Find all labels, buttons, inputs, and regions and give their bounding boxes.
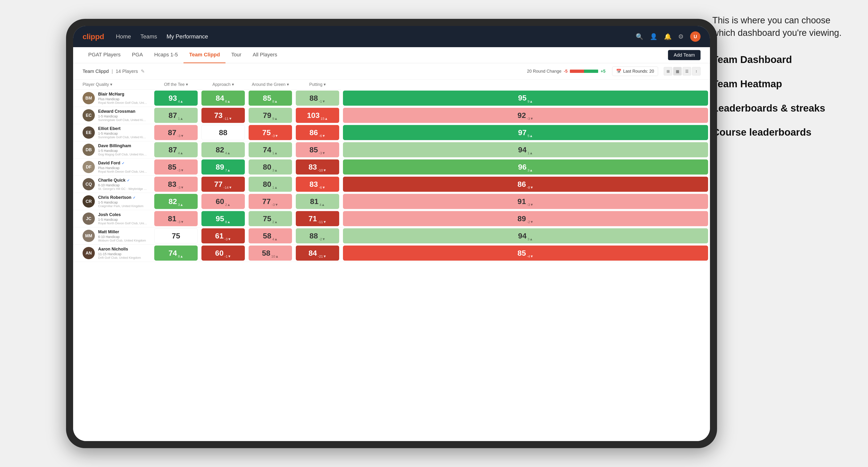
score-number: 87 xyxy=(168,128,177,137)
tab-hcaps[interactable]: Hcaps 1-5 xyxy=(149,47,184,63)
score-change: 1▲ xyxy=(527,151,533,155)
player-handicap: 1-5 Handicap xyxy=(98,132,148,135)
player-name[interactable]: Chris Robertson✓ xyxy=(98,195,144,200)
grid-view-button[interactable]: ⊞ xyxy=(664,67,672,75)
team-name: Team Clippd xyxy=(83,69,109,74)
sort-view-button[interactable]: ↕ xyxy=(692,67,701,75)
tab-team-clippd[interactable]: Team Clippd xyxy=(184,47,225,63)
score-change: 4▲ xyxy=(272,237,278,241)
table-row: DBDave Billingham1-5 HandicapGog Magog G… xyxy=(73,141,710,158)
score-change: -3▼ xyxy=(224,237,231,241)
score-cell: 752▲ xyxy=(247,210,294,227)
score-change: 9▲ xyxy=(527,99,533,103)
score-number: 94 xyxy=(518,146,527,154)
score-cell: 5810▲ xyxy=(247,245,294,262)
score-change: 3▲ xyxy=(527,168,533,172)
player-name[interactable]: Aaron Nicholls xyxy=(98,247,141,252)
nav-link-my-performance[interactable]: My Performance xyxy=(166,33,208,40)
score-cell: 86-6▼ xyxy=(294,124,341,141)
player-name[interactable]: Dave Billingham xyxy=(98,144,148,148)
edit-icon[interactable]: ✎ xyxy=(141,68,145,74)
score-change: -3▼ xyxy=(177,168,184,172)
tab-pgat-players[interactable]: PGAT Players xyxy=(83,47,126,63)
score-change: 1▲ xyxy=(272,185,278,189)
score-cell: 584▲ xyxy=(247,227,294,245)
player-cell: MMMatt Miller6-10 HandicapWoburn Golf Cl… xyxy=(73,227,152,245)
nav-link-home[interactable]: Home xyxy=(116,33,131,40)
score-change: -11▼ xyxy=(318,220,327,224)
score-cell: 741▲ xyxy=(247,141,294,158)
score-change: -3▼ xyxy=(177,185,184,189)
score-change: -1▼ xyxy=(319,99,326,103)
app-logo: clippd xyxy=(83,32,104,41)
user-icon[interactable]: 👤 xyxy=(650,33,657,40)
score-cell: 874▲ xyxy=(152,141,199,158)
score-number: 79 xyxy=(263,111,272,120)
players-count: 14 Players xyxy=(116,69,138,74)
score-number: 95 xyxy=(518,94,527,102)
table-row: MMMatt Miller6-10 HandicapWoburn Golf Cl… xyxy=(73,227,710,245)
tab-tour[interactable]: Tour xyxy=(225,47,247,63)
player-cell: CQCharlie Quick✓6-10 HandicapSt. George'… xyxy=(73,176,152,193)
player-name[interactable]: Edward Crossman xyxy=(98,109,148,114)
score-cell: 91-3▼ xyxy=(341,193,710,210)
player-name[interactable]: David Ford✓ xyxy=(98,161,148,165)
score-change: 8▲ xyxy=(272,99,278,103)
score-number: 85 xyxy=(309,146,318,154)
bell-icon[interactable]: 🔔 xyxy=(664,33,672,40)
score-cell: 86-8▼ xyxy=(341,176,710,193)
score-cell: 77-14▼ xyxy=(199,176,247,193)
player-name[interactable]: Matt Miller xyxy=(98,229,146,235)
settings-icon[interactable]: ⚙ xyxy=(678,33,684,40)
score-number: 80 xyxy=(263,180,272,189)
player-cell: JCJosh Coles1-5 HandicapRoyal North Devo… xyxy=(73,210,152,227)
table-row: EEElliot Ebert1-5 HandicapSunningdale Go… xyxy=(73,124,710,141)
nav-link-teams[interactable]: Teams xyxy=(140,33,157,40)
avatar: AN xyxy=(83,247,95,259)
heatmap-view-button[interactable]: ▦ xyxy=(673,67,682,75)
score-change: 8▲ xyxy=(178,254,183,258)
verified-icon: ✓ xyxy=(122,161,125,165)
avatar[interactable]: U xyxy=(690,31,701,42)
score-cell: 85-3▼ xyxy=(294,141,341,158)
player-handicap: 1-5 Handicap xyxy=(98,218,148,221)
score-number: 80 xyxy=(263,163,272,172)
score-change: -3▼ xyxy=(527,203,533,207)
score-number: 86 xyxy=(309,128,318,137)
annotation-intro: This is where you can choose which dashb… xyxy=(712,14,849,39)
score-change: 3▲ xyxy=(178,203,183,207)
player-name[interactable]: Blair McHarg xyxy=(98,92,148,97)
score-cell: 958▲ xyxy=(199,210,247,227)
score-number: 75 xyxy=(262,128,271,137)
score-cell: 83-6▼ xyxy=(294,176,341,193)
score-cell: 83-3▼ xyxy=(152,176,199,193)
score-number: 85 xyxy=(518,249,526,257)
score-number: 86 xyxy=(518,180,526,189)
score-change: 8▲ xyxy=(225,220,230,224)
player-name[interactable]: Elliot Ebert xyxy=(98,126,148,131)
table-row: ECEdward Crossman1-5 HandicapSunningdale… xyxy=(73,107,710,124)
score-change: -3▼ xyxy=(272,134,278,138)
search-icon[interactable]: 🔍 xyxy=(636,33,643,40)
last-rounds-button[interactable]: 📅 Last Rounds: 20 xyxy=(612,66,658,76)
score-cell: 85-3▼ xyxy=(152,158,199,176)
score-number: 97 xyxy=(518,128,527,137)
list-view-button[interactable]: ☰ xyxy=(683,67,691,75)
table-row: JCJosh Coles1-5 HandicapRoyal North Devo… xyxy=(73,210,710,227)
score-number: 83 xyxy=(309,180,318,189)
score-number: 74 xyxy=(168,249,177,257)
player-handicap: 6-10 Handicap xyxy=(98,235,146,239)
score-number: 73 xyxy=(214,111,223,120)
tab-pga[interactable]: PGA xyxy=(126,47,148,63)
score-number: 77 xyxy=(214,180,223,189)
table-row: ANAaron Nicholls11-15 HandicapDrift Golf… xyxy=(73,245,710,262)
player-handicap: Plus Handicap xyxy=(98,97,148,101)
score-cell: 61-3▼ xyxy=(199,227,247,245)
player-name[interactable]: Josh Coles xyxy=(98,212,148,217)
score-change: -11▼ xyxy=(224,117,232,121)
add-team-button[interactable]: Add Team xyxy=(668,50,701,60)
player-name[interactable]: Charlie Quick✓ xyxy=(98,178,148,183)
tab-all-players[interactable]: All Players xyxy=(247,47,283,63)
score-cell: 60-1▼ xyxy=(199,245,247,262)
score-change: -3▼ xyxy=(272,203,278,207)
